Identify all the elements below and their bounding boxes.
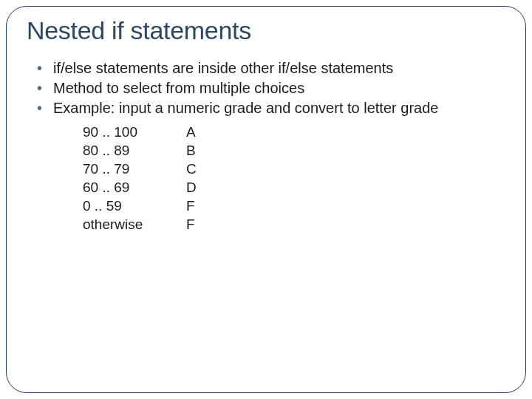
grade-letter: C [186, 160, 216, 178]
grade-letter: A [186, 123, 216, 141]
slide-title: Nested if statements [27, 16, 505, 45]
slide-content: Nested if statements if/else statements … [27, 16, 505, 233]
bullet-item: Example: input a numeric grade and conve… [37, 98, 505, 118]
table-row: 0 .. 59 F [83, 197, 505, 215]
table-row: 60 .. 69 D [83, 178, 505, 197]
grade-range: 0 .. 59 [83, 197, 186, 215]
grade-range: 90 .. 100 [83, 123, 186, 141]
table-row: 90 .. 100 A [83, 123, 505, 141]
grade-range: 80 .. 89 [83, 141, 186, 160]
bullet-list: if/else statements are inside other if/e… [27, 58, 505, 118]
grade-letter: D [186, 178, 216, 197]
grade-range: 70 .. 79 [83, 160, 186, 178]
table-row: 70 .. 79 C [83, 160, 505, 178]
table-row: otherwise F [83, 215, 505, 233]
grade-range: otherwise [83, 215, 186, 233]
bullet-item: if/else statements are inside other if/e… [37, 58, 505, 78]
table-row: 80 .. 89 B [83, 141, 505, 160]
grade-letter: F [186, 215, 216, 233]
bullet-item: Method to select from multiple choices [37, 78, 505, 98]
grade-letter: F [186, 197, 216, 215]
grade-range: 60 .. 69 [83, 178, 186, 197]
grade-letter: B [186, 141, 216, 160]
grade-table: 90 .. 100 A 80 .. 89 B 70 .. 79 C 60 .. … [83, 123, 505, 233]
